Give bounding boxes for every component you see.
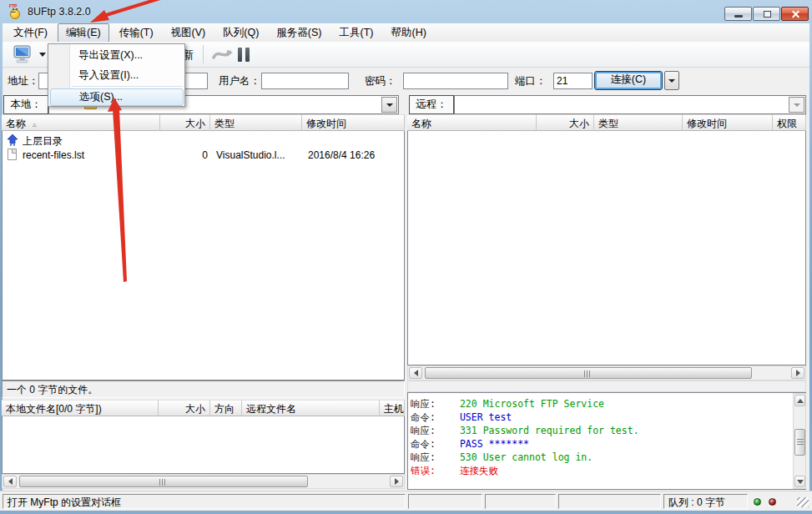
menu-file[interactable]: 文件(F) <box>6 24 55 42</box>
queue-col-remotefile[interactable]: 远程文件名 <box>242 400 380 416</box>
file-type: VisualStudio.l... <box>216 149 285 161</box>
remote-hscrollbar[interactable] <box>407 365 806 380</box>
password-input[interactable] <box>403 73 508 89</box>
log-text: 530 User cannot log in. <box>460 451 593 463</box>
local-status-bar: 一个 0 字节的文件。 <box>2 380 405 398</box>
port-label: 端口： <box>515 74 547 88</box>
remote-col-modified[interactable]: 修改时间 <box>683 114 773 131</box>
username-label: 用户名： <box>219 74 260 88</box>
queue-col-size[interactable]: 大小 <box>159 400 210 416</box>
queue-col-direction[interactable]: 方向 <box>210 400 242 416</box>
menu-item-import-settings[interactable]: 导入设置(I)... <box>50 66 184 85</box>
log-entry: 响应: 331 Password required for test. <box>411 424 804 437</box>
log-panel[interactable]: 响应: 220 Microsoft FTP Service 命令: USER t… <box>407 392 806 490</box>
arrow-up-icon <box>797 399 804 403</box>
connect-options-button[interactable] <box>664 71 679 90</box>
arrow-left-icon <box>414 370 418 376</box>
menu-edit[interactable]: 编辑(E) <box>58 23 109 43</box>
file-icon <box>8 149 17 160</box>
log-label: 命令: <box>411 437 454 451</box>
log-entry: 错误: 连接失败 <box>411 464 804 477</box>
green-status-led-icon <box>754 498 761 506</box>
remote-path-dropdown-button[interactable] <box>789 97 804 113</box>
status-bar: 打开 MyFtp 的设置对话框 队列 : 0 字节 <box>0 491 812 511</box>
menu-tools[interactable]: 工具(T) <box>332 24 381 42</box>
menu-separator <box>72 86 183 87</box>
menu-item-export-settings[interactable]: 导出设置(X)... <box>50 46 184 65</box>
remote-col-permissions[interactable]: 权限 <box>773 114 806 131</box>
file-name: 上层目录 <box>23 134 63 149</box>
menu-bar: 文件(F) 编辑(E) 传输(T) 视图(V) 队列(Q) 服务器(S) 工具(… <box>3 23 809 42</box>
remote-col-size[interactable]: 大小 <box>537 114 594 131</box>
log-text: PASS ******* <box>460 438 529 450</box>
queue-col-host[interactable]: 主机 <box>380 400 405 416</box>
status-panel <box>558 494 661 509</box>
toolbar-separator <box>203 45 204 63</box>
title-bar[interactable]: FTP 8UFtp 3.8.2.0 <box>0 0 812 23</box>
remote-path-combobox[interactable] <box>454 95 806 114</box>
log-text: 连接失败 <box>460 465 498 476</box>
log-text: USER test <box>460 411 512 423</box>
menu-server[interactable]: 服务器(S) <box>269 24 329 42</box>
log-label: 命令: <box>411 411 454 424</box>
scroll-right-button[interactable] <box>791 367 804 379</box>
scroll-right-button[interactable] <box>390 476 403 487</box>
log-entry: 响应: 220 Microsoft FTP Service <box>411 397 804 411</box>
log-vscrollbar[interactable] <box>793 393 806 489</box>
menu-queue[interactable]: 队列(Q) <box>215 24 266 42</box>
remote-col-type[interactable]: 类型 <box>594 114 683 131</box>
arrow-left-icon <box>8 478 13 485</box>
scrollbar-thumb[interactable] <box>794 429 805 456</box>
scroll-left-button[interactable] <box>409 367 422 379</box>
remote-file-list[interactable] <box>407 131 806 365</box>
menu-transfer[interactable]: 传输(T) <box>112 24 161 42</box>
queue-hscrollbar[interactable] <box>2 474 405 489</box>
log-entry: 响应: 530 User cannot log in. <box>411 451 804 464</box>
remote-col-name[interactable]: 名称 <box>407 114 537 131</box>
local-tab[interactable]: 本地： <box>3 95 48 114</box>
scrollbar-thumb[interactable] <box>19 476 308 487</box>
minimize-button[interactable] <box>724 7 752 21</box>
log-entry: 命令: PASS ******* <box>411 437 804 451</box>
close-button[interactable] <box>781 7 809 21</box>
arrow-right-icon <box>395 478 399 485</box>
queue-col-localfile[interactable]: 本地文件名[0/0 字节]) <box>2 400 159 416</box>
log-label: 响应: <box>411 397 454 411</box>
remote-tab[interactable]: 远程： <box>409 95 454 114</box>
password-label: 密码： <box>365 74 396 88</box>
connect-dropdown-icon[interactable] <box>39 53 46 57</box>
menu-item-options[interactable]: 选项(S)... <box>50 88 184 106</box>
local-path-dropdown-button[interactable] <box>381 97 397 113</box>
scroll-left-button[interactable] <box>3 476 17 487</box>
connect-button[interactable]: 连接(C) <box>594 71 663 90</box>
chevron-down-icon <box>386 103 393 107</box>
app-window: FTP 8UFtp 3.8.2.0 文件(F) 编辑(E) 传输(T) 视图(V… <box>0 0 812 514</box>
status-message: 打开 MyFtp 的设置对话框 <box>3 494 406 509</box>
pause-icon <box>238 48 242 62</box>
log-text: 331 Password required for test. <box>460 425 639 436</box>
file-size: 0 <box>128 149 208 161</box>
username-input[interactable] <box>261 73 349 89</box>
log-entry: 命令: USER test <box>411 411 804 424</box>
local-col-name[interactable]: 名称▵ <box>2 114 160 131</box>
scrollbar-thumb[interactable] <box>425 367 752 379</box>
local-file-list[interactable]: 上层目录 recent-files.lst 0 VisualStudio.l..… <box>2 131 405 380</box>
status-panel <box>485 494 556 509</box>
port-input[interactable] <box>553 73 593 89</box>
log-label: 响应: <box>411 451 454 464</box>
remote-status-bar <box>407 380 806 392</box>
local-col-type[interactable]: 类型 <box>210 114 302 131</box>
resize-grip[interactable] <box>797 497 809 507</box>
local-col-modified[interactable]: 修改时间 <box>302 114 405 131</box>
log-label: 响应: <box>411 424 454 437</box>
connect-computer-icon[interactable] <box>12 45 33 64</box>
local-col-size[interactable]: 大小 <box>160 114 210 131</box>
menu-view[interactable]: 视图(V) <box>164 24 214 42</box>
restore-button[interactable] <box>753 7 780 21</box>
scroll-down-button[interactable] <box>794 476 805 487</box>
transfer-icon[interactable] <box>210 45 234 64</box>
scroll-up-button[interactable] <box>794 395 805 406</box>
queue-list[interactable] <box>2 416 405 474</box>
menu-help[interactable]: 帮助(H) <box>383 24 433 42</box>
file-name: recent-files.lst <box>23 149 84 161</box>
